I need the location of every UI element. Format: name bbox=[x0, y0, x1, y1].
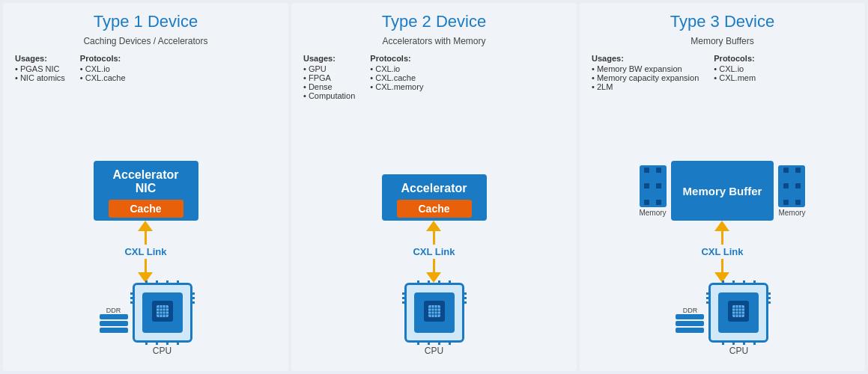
type2-protocols-label: Protocols: bbox=[370, 54, 423, 63]
type3-ddr-stack bbox=[676, 314, 704, 333]
type3-arrow-line-up bbox=[721, 231, 723, 245]
type2-protocols-col: Protocols: CXL.io CXL.cache CXL.memory bbox=[370, 54, 423, 100]
type1-pins-bottom bbox=[142, 340, 183, 345]
type3-cpu-icon bbox=[725, 298, 752, 325]
type3-cpu-wrapper: CPU bbox=[708, 283, 768, 356]
type1-pins-right bbox=[190, 292, 195, 333]
type3-usage-1: Memory BW expansion bbox=[592, 64, 699, 73]
type3-proto-1: CXL.io bbox=[714, 64, 756, 73]
type3-ddr-label: DDR bbox=[676, 307, 704, 314]
type3-arrow-head-up bbox=[714, 221, 729, 231]
type1-accelerator-nic-box: AcceleratorNIC Cache bbox=[94, 161, 198, 221]
type1-ddr-label: DDR bbox=[100, 307, 128, 314]
type3-ddr-area: DDR bbox=[676, 306, 704, 333]
type3-proto-2: CXL.mem bbox=[714, 73, 756, 82]
type1-ddr-area: DDR bbox=[100, 306, 128, 333]
type1-title: Type 1 Device bbox=[15, 12, 276, 31]
type2-usage-4: Computation bbox=[303, 91, 355, 100]
type2-info-row: Usages: GPU FPGA Dense Computation Proto… bbox=[303, 54, 565, 100]
type1-usage-1: PGAS NIC bbox=[15, 64, 65, 73]
type1-cpu-area: DDR bbox=[100, 283, 192, 356]
type2-pins-left bbox=[402, 292, 407, 333]
type3-cpu-inner bbox=[725, 298, 752, 328]
type1-cpu-icon bbox=[149, 298, 176, 325]
type2-cpu-icon bbox=[421, 298, 448, 325]
type2-arrow: CXL Link bbox=[413, 221, 455, 283]
type1-cpu-chip bbox=[133, 283, 192, 343]
type2-cpu-inner bbox=[421, 298, 448, 328]
type1-arrow-line-down bbox=[145, 259, 147, 272]
type3-usage-3: 2LM bbox=[592, 82, 699, 91]
type2-panel: Type 2 Device Accelerators with Memory U… bbox=[291, 3, 577, 371]
type1-info-row: Usages: PGAS NIC NIC atomics Protocols: … bbox=[15, 54, 276, 82]
type2-usage-1: GPU bbox=[303, 64, 355, 73]
type1-pins-left bbox=[130, 292, 135, 333]
type3-ddr-bar-3 bbox=[676, 328, 704, 333]
type1-usage-2: NIC atomics bbox=[15, 73, 65, 82]
type2-cache-badge: Cache bbox=[397, 200, 472, 218]
type2-pins-top bbox=[414, 280, 455, 285]
type3-diagram-wrapper: Memory Memory Buffer Memory bbox=[639, 161, 805, 356]
type3-usages-col: Usages: Memory BW expansion Memory capac… bbox=[592, 54, 699, 91]
type1-diagram-wrapper: AcceleratorNIC Cache CXL Link DDR bbox=[94, 161, 198, 356]
type2-acc-label: Accelerator bbox=[397, 182, 472, 195]
type3-mem-stick-left bbox=[640, 165, 667, 207]
type1-ddr-bar-3 bbox=[100, 328, 128, 333]
type2-arrow-line-up bbox=[433, 231, 435, 245]
type2-cpu-label: CPU bbox=[404, 346, 464, 356]
type1-arrow-line-up bbox=[145, 231, 147, 245]
type3-ddr-bar-2 bbox=[676, 321, 704, 326]
type3-pins-top bbox=[718, 280, 759, 285]
type1-arrow: CXL Link bbox=[124, 221, 166, 283]
type3-cpu-chip bbox=[708, 283, 768, 343]
type2-proto-1: CXL.io bbox=[370, 64, 423, 73]
type1-cpu-wrapper: CPU bbox=[133, 283, 192, 356]
type3-cpu-area: DDR bbox=[676, 283, 768, 356]
type1-panel: Type 1 Device Caching Devices / Accelera… bbox=[3, 3, 288, 371]
type2-title: Type 2 Device bbox=[303, 12, 565, 31]
type3-diagram: Memory Memory Buffer Memory bbox=[592, 99, 853, 362]
type2-pins-right bbox=[462, 292, 467, 333]
type2-cpu-chip bbox=[404, 283, 464, 343]
type2-cpu-area: CPU bbox=[404, 283, 464, 356]
type3-arrow: CXL Link bbox=[701, 221, 743, 283]
type3-mem-stick-right bbox=[778, 165, 805, 207]
type1-ddr-stack bbox=[100, 314, 128, 333]
type2-cpu-wrapper: CPU bbox=[404, 283, 464, 356]
type2-accelerator-box: Accelerator Cache bbox=[382, 174, 487, 221]
type3-mem-buffer-label: Memory Buffer bbox=[683, 185, 762, 197]
type1-cpu-label: CPU bbox=[133, 346, 192, 356]
type1-pins-top bbox=[142, 280, 183, 285]
type3-mem-right-label: Memory bbox=[778, 209, 805, 217]
type3-panel: Type 3 Device Memory Buffers Usages: Mem… bbox=[580, 3, 865, 371]
type1-usages-label: Usages: bbox=[15, 54, 65, 63]
type3-usages-label: Usages: bbox=[592, 54, 699, 63]
type2-diagram-wrapper: Accelerator Cache CXL Link bbox=[382, 174, 487, 356]
type3-cpu-label: CPU bbox=[708, 346, 768, 356]
type2-usage-2: FPGA bbox=[303, 73, 355, 82]
type1-ddr-bar-2 bbox=[100, 321, 128, 326]
type2-usages-col: Usages: GPU FPGA Dense Computation bbox=[303, 54, 355, 100]
type2-arrow-head-up bbox=[426, 221, 441, 231]
type3-mem-left: Memory bbox=[639, 165, 666, 217]
type1-protocols-label: Protocols: bbox=[80, 54, 126, 63]
type3-info-row: Usages: Memory BW expansion Memory capac… bbox=[592, 54, 853, 91]
type3-arrow-line-down bbox=[721, 259, 723, 272]
type1-usages-col: Usages: PGAS NIC NIC atomics bbox=[15, 54, 65, 82]
type2-usage-3: Dense bbox=[303, 82, 355, 91]
type1-protocols-col: Protocols: CXL.io CXL.cache bbox=[80, 54, 126, 82]
type2-subtitle: Accelerators with Memory bbox=[303, 36, 565, 46]
type3-ddr-bar-1 bbox=[676, 314, 704, 319]
type2-arrow-line-down bbox=[433, 259, 435, 272]
type1-acc-label: AcceleratorNIC bbox=[109, 168, 183, 195]
type2-cxl-link: CXL Link bbox=[413, 246, 455, 257]
type3-pins-right bbox=[766, 292, 771, 333]
type1-arrow-head-up bbox=[138, 221, 153, 231]
type3-pins-left bbox=[706, 292, 711, 333]
type3-pins-bottom bbox=[718, 340, 759, 345]
type1-proto-2: CXL.cache bbox=[80, 73, 126, 82]
type1-cxl-link: CXL Link bbox=[124, 246, 166, 257]
type2-pins-bottom bbox=[414, 340, 455, 345]
type3-cxl-link: CXL Link bbox=[701, 246, 743, 257]
type1-cpu-inner bbox=[149, 298, 176, 328]
